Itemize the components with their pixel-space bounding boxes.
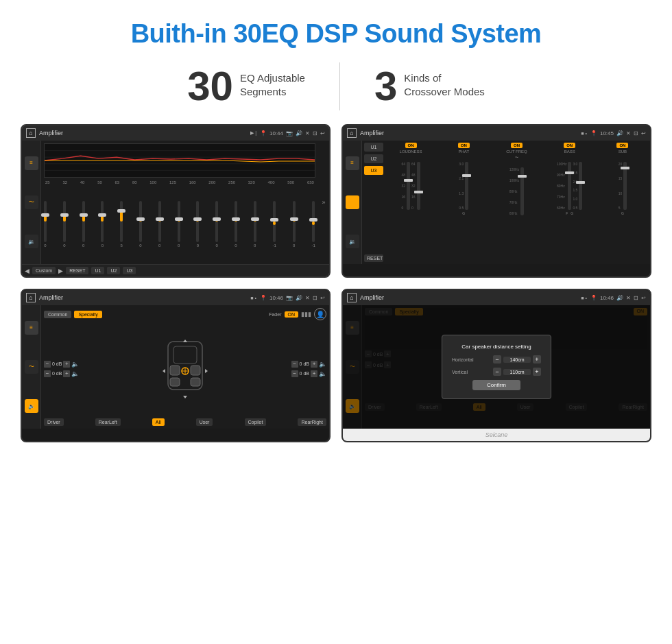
home-icon[interactable]: ⌂ [26,128,36,138]
wave-icon-2[interactable]: 〜 [346,195,359,209]
screen4-inner: ⌂ Amplifier ■ • 📍 10:46 🔊 ✕ ⊡ ↩ ≡ 〜 [343,290,650,441]
u1-btn[interactable]: U1 [91,267,104,274]
volume-icon-4: 🔊 [616,295,623,301]
eq-slider-15[interactable]: -1 [312,197,315,252]
screen1-time: 10:44 [269,130,283,136]
preset-u3[interactable]: U3 [364,166,383,175]
loudness-on[interactable]: ON [405,143,417,148]
play-icon[interactable]: ▶ [58,267,63,274]
wave-icon-3[interactable]: 〜 [25,360,38,374]
crossover-reset[interactable]: RESET [364,254,383,262]
eq-slider-14[interactable]: 0 [293,197,296,252]
eq-number: 30 [187,66,233,107]
home-icon-2[interactable]: ⌂ [347,128,357,138]
channel-phat: ON PHAT 3.02.11.30.5 G [438,143,489,262]
eq-slider-4[interactable]: 0 [101,197,104,252]
wave-icon[interactable]: 〜 [25,195,38,209]
loudness-label: LOUDNESS [400,150,422,154]
expand-arrows[interactable]: » [318,141,329,264]
screen2-content: ≡ 〜 🔉 U1 U2 U3 RESET [343,141,650,264]
back-icon-3: ↩ [320,295,325,301]
speaker-icon-3[interactable]: 🔉 [25,399,38,413]
horizontal-plus[interactable]: + [533,355,541,363]
eq-icon-2[interactable]: ≡ [346,156,359,170]
loudness-slider-2[interactable] [417,162,420,210]
channel-cutfreq: ON CUT FREQ 〜 120Hz100Hz80Hz70Hz60Hz [491,143,542,262]
db-minus-1[interactable]: − [44,361,51,368]
eq-slider-5[interactable]: 5 [120,197,123,252]
phat-on[interactable]: ON [458,143,470,148]
copilot-btn[interactable]: Copilot [245,418,267,426]
specialty-tab[interactable]: Specialty [74,311,101,318]
rearRight-btn[interactable]: RearRight [298,418,326,426]
pin-icon-3: 📍 [260,295,267,301]
eq-slider-3[interactable]: 0 [82,197,85,252]
horizontal-minus[interactable]: − [493,355,501,363]
cutfreq-slider[interactable] [520,167,524,215]
u2-btn[interactable]: U2 [107,267,120,274]
watermark: Seicane [343,429,650,441]
db-minus-3[interactable]: − [291,361,298,368]
eq-slider-6[interactable]: 0 [139,197,142,252]
db-minus-4[interactable]: − [291,370,298,377]
loudness-slider[interactable] [407,162,410,210]
back-icon-2: ↩ [641,130,646,136]
fader-on-btn[interactable]: ON [285,311,299,318]
camera-icon-3: 📷 [286,295,293,301]
home-icon-4[interactable]: ⌂ [347,293,357,302]
driver-btn[interactable]: Driver [44,418,64,426]
screen2-title: Amplifier [360,130,577,136]
eq-freq-labels: 2532405063 80100125160200 25032040050063… [44,180,315,184]
db-minus-2[interactable]: − [44,370,51,377]
all-btn[interactable]: All [152,418,165,426]
loudness-sliders: 644832160 644832160 [402,155,420,210]
sub-slider[interactable] [623,162,627,210]
vertical-minus[interactable]: − [493,368,501,376]
home-icon-3[interactable]: ⌂ [26,293,36,302]
eq-icon-3[interactable]: ≡ [25,321,38,335]
db-plus-4[interactable]: + [311,370,317,377]
speaker-icon-2[interactable]: 🔉 [346,235,359,248]
eq-slider-7[interactable]: 0 [158,197,161,252]
sub-on[interactable]: ON [616,143,628,148]
phat-slider[interactable] [465,162,468,210]
reset-btn[interactable]: RESET [66,267,88,274]
bass-sliders: 100Hz90Hz80Hz70Hz60Hz 3.02.52.01.51.00.5 [557,155,582,210]
eq-slider-8[interactable]: 0 [178,197,180,252]
bass-slider[interactable] [568,162,571,210]
db-plus-1[interactable]: + [63,361,70,368]
crossover-channels: ON LOUDNESS 644832160 644832160 [385,143,648,262]
speaker-small-2: 🔈 [71,370,79,377]
bass-on[interactable]: ON [564,143,575,148]
vertical-plus[interactable]: + [533,368,541,376]
cutfreq-on[interactable]: ON [511,143,523,148]
db-plus-2[interactable]: + [63,370,70,377]
prev-icon[interactable]: ◀ [25,267,29,274]
eq-slider-11[interactable]: 0 [235,197,237,252]
eq-icon[interactable]: ≡ [25,156,38,170]
speaker-icon[interactable]: 🔉 [25,235,38,248]
screen1-eq-main: 2532405063 80100125160200 25032040050063… [41,141,318,264]
person-icon[interactable]: 👤 [314,308,326,320]
db-ctrl-2: − 0 dB + 🔈 [44,370,79,377]
custom-preset[interactable]: Custom [32,267,56,274]
common-tab[interactable]: Common [44,311,71,318]
rearLeft-btn[interactable]: RearLeft [95,418,121,426]
vertical-ctrl: − 110cm + [493,368,541,376]
user-btn[interactable]: User [196,418,213,426]
u3-btn[interactable]: U3 [123,267,136,274]
svg-marker-13 [183,339,187,342]
eq-slider-13[interactable]: -1 [273,197,276,252]
eq-slider-10[interactable]: 0 [215,197,218,252]
eq-slider-2[interactable]: 0 [63,197,66,252]
eq-slider-1[interactable]: 0 [44,197,47,252]
window-icon: ⊡ [313,130,317,136]
preset-u1[interactable]: U1 [364,143,383,152]
eq-slider-12[interactable]: 0 [254,197,256,252]
db-value-2: 0 dB [52,371,62,376]
preset-u2[interactable]: U2 [364,154,383,163]
db-plus-3[interactable]: + [311,361,317,368]
bass-slider-2[interactable] [579,162,582,210]
eq-slider-9[interactable]: 0 [196,197,199,252]
confirm-button[interactable]: Confirm [472,380,520,390]
